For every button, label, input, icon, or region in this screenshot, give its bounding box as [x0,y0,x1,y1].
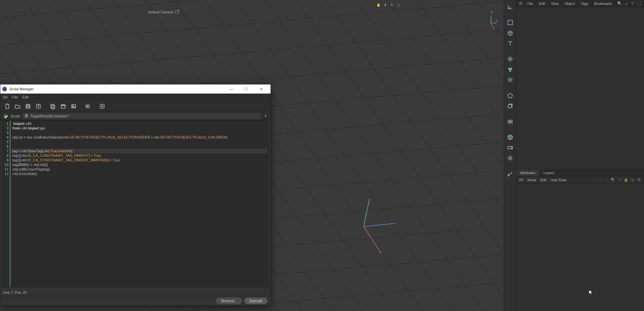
axis-orientation-widget[interactable]: Y Z X [485,11,498,24]
menu-object[interactable]: Object [564,2,576,6]
menu-tags[interactable]: Tags [580,2,589,6]
nav-up-icon[interactable]: ↑ [604,178,609,182]
script-toolbar [0,101,271,112]
script-manager-menubar: File Edit [0,94,271,101]
app-icon [2,87,7,91]
settings-tool-icon[interactable] [505,75,515,85]
execute-button[interactable]: Execute [245,298,267,304]
line-number-gutter: 123456789101112 [3,121,10,287]
close-button[interactable]: ✕ [254,84,269,94]
menu-bookmarks[interactable]: Bookmarks [594,2,613,6]
svg-point-12 [509,79,511,81]
shortcut-button[interactable]: Shortcut... [216,298,242,304]
viewport-camera-label[interactable]: Default Camera [148,10,178,14]
hamburger-icon[interactable] [519,2,522,5]
menu-view[interactable]: View [550,2,559,6]
menu-file[interactable]: File [527,2,534,6]
vertical-tool-strip [504,0,516,311]
svg-rect-15 [508,146,511,149]
record-icon[interactable] [84,102,92,111]
code-content[interactable]: import c4dfrom c4d import gui objList = … [11,121,268,287]
svg-line-5 [364,227,381,253]
open-folder-icon[interactable] [13,102,22,111]
image-icon[interactable] [69,102,78,111]
attr-mode[interactable]: Mode [527,178,537,182]
text-tool-icon[interactable] [505,38,515,48]
pan-icon[interactable]: ✋ [376,3,381,7]
svg-point-11 [509,70,511,72]
save-icon[interactable] [24,102,32,111]
rectangle-tool-icon[interactable] [505,18,515,27]
object-manager-menubar: File Edit View Object Tags Bookmarks 🔍 ⌂… [516,0,644,7]
minimize-button[interactable]: — [224,84,239,94]
new-file-icon[interactable] [3,102,11,111]
svg-point-8 [510,58,511,60]
status-bar: Line 7, Pos. 37 [3,289,268,296]
tab-layers[interactable]: Layers [539,170,558,176]
maximize-icon[interactable]: ⛶ [637,1,641,6]
polygon-tool-icon[interactable] [505,91,515,100]
python-icon [3,113,8,119]
window-title: Script Manager [9,87,224,91]
svg-line-2 [491,23,492,27]
hamburger-icon[interactable] [3,96,7,98]
svg-rect-21 [61,106,65,108]
selection-tool-icon[interactable] [505,54,515,64]
target-icon[interactable]: ◎ [630,178,635,182]
camera-name-text: Default Camera [148,10,173,14]
tool-axis-icon[interactable] [505,2,515,12]
dolly-icon[interactable]: ⬇ [383,3,387,7]
brush-tool-icon[interactable] [505,169,515,179]
camera-tool-icon[interactable] [505,143,515,153]
light-tool-icon[interactable] [505,153,515,163]
viewport-nav-icons: ✋ ⬇ ↻ ▢ [376,3,400,7]
axis-y-label: Y [491,11,493,15]
filter-icon[interactable]: ▽ [630,1,635,6]
camera-dropdown-icon[interactable] [175,11,178,14]
axis-z-label: Z [496,20,497,23]
copy-icon[interactable] [49,102,57,111]
nav-forward-icon[interactable]: → [598,178,602,182]
svg-rect-20 [52,105,55,109]
svg-point-25 [87,106,88,107]
clapper-icon[interactable] [59,102,67,111]
gear-icon [24,114,28,118]
popout-icon[interactable]: ⧉ [637,178,641,182]
run-icon[interactable] [98,102,106,111]
search-icon[interactable]: 🔍 [611,178,615,182]
object-manager-body[interactable] [516,7,644,311]
hamburger-icon[interactable] [519,179,524,181]
svg-point-10 [510,68,512,70]
script-footer: Shortcut... Execute [0,296,271,305]
search-icon[interactable]: 🔍 [617,1,622,6]
tab-attributes[interactable]: Attributes [516,170,539,176]
globe-tool-icon[interactable] [505,132,515,142]
menu-file[interactable]: File [12,95,18,99]
chevron-down-icon[interactable]: ▾ [263,114,268,118]
frame-icon[interactable]: ▢ [396,3,400,7]
attr-user-data[interactable]: User Data [551,178,567,182]
window-titlebar[interactable]: Script Manager — ☐ ✕ [0,84,271,94]
cursor-position-text: Line 7, Pos. 37 [3,290,27,294]
home-icon[interactable]: ⌂ [624,1,628,6]
world-origin-axes [353,197,399,256]
menu-edit[interactable]: Edit [538,2,546,6]
filter-icon[interactable]: ▽ [617,178,622,182]
svg-point-9 [508,68,510,70]
script-name-dropdown[interactable]: TargetParentCosntraint * [22,113,261,119]
nav-back-icon[interactable]: ← [591,178,596,182]
maximize-button[interactable]: ☐ [239,84,254,94]
lock-icon[interactable]: 🔒 [624,178,628,182]
cube-tool-icon[interactable] [505,28,515,38]
svg-line-4 [364,223,396,227]
mirror-tool-icon[interactable] [505,117,515,126]
transform-tool-icon[interactable] [505,101,515,111]
attr-edit[interactable]: Edit [540,178,547,182]
axis-x-label: X [493,26,495,30]
svg-rect-19 [51,104,54,108]
code-editor[interactable]: 123456789101112 import c4dfrom c4d impor… [2,120,269,287]
menu-edit[interactable]: Edit [22,95,29,99]
orbit-icon[interactable]: ↻ [389,3,394,7]
cloner-tool-icon[interactable] [505,65,515,74]
help-icon[interactable] [34,102,43,111]
